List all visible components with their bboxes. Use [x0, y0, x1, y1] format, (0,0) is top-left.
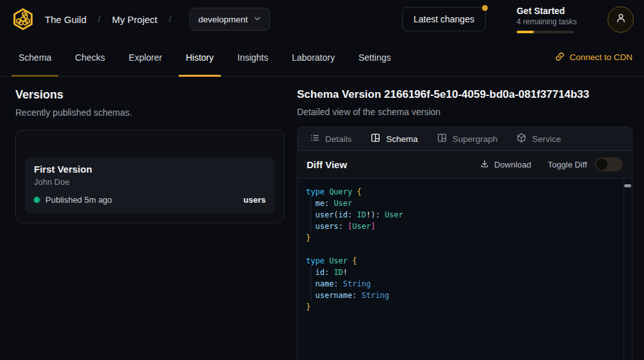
tab-underline [179, 75, 221, 77]
tab-label: Checks [75, 52, 105, 63]
version-detail-title: Schema Version 2166196f-5e10-4059-bd0a-0… [297, 88, 632, 101]
breadcrumb-separator: / [98, 14, 101, 24]
version-author: John Doe [34, 177, 266, 187]
panel-tab-service[interactable]: Service [517, 133, 561, 145]
tab-label: Explorer [129, 52, 162, 63]
panel-tab-label: Service [532, 134, 561, 144]
versions-subtitle: Recently published schemas. [15, 107, 282, 118]
app-window: The Guild / My Project / development Lat… [0, 0, 644, 360]
switch-knob [596, 159, 608, 170]
schema-panel: Details Schema [297, 127, 632, 360]
breadcrumb: The Guild / My Project / development [10, 6, 270, 32]
tab-history[interactable]: History [179, 38, 221, 76]
top-bar-right: Latest changes Get Started 4 remaining t… [402, 6, 634, 33]
download-button[interactable]: Download [480, 159, 531, 170]
code-lines: type Query { me: User user(id: ID!): Use… [306, 186, 615, 313]
columns-icon [371, 133, 380, 145]
tab-label: Insights [237, 52, 268, 63]
version-detail-subtitle: Detailed view of the schema version [297, 107, 632, 117]
cube-icon [517, 133, 526, 145]
indent-guide [310, 198, 311, 232]
toggle-diff-label: Toggle Diff [548, 160, 587, 169]
scrollbar-thumb[interactable] [624, 184, 631, 187]
download-label: Download [494, 160, 531, 169]
tab-insights[interactable]: Insights [230, 38, 275, 76]
panel-tab-label: Schema [386, 134, 418, 144]
breadcrumb-project[interactable]: My Project [112, 14, 157, 25]
scrollbar-track [624, 178, 624, 360]
top-bar: The Guild / My Project / development Lat… [0, 0, 644, 38]
panel-tab-supergraph[interactable]: Supergraph [437, 133, 498, 145]
user-avatar[interactable] [608, 6, 634, 33]
progress-fill [517, 31, 534, 33]
version-name: First Version [34, 164, 266, 175]
connect-to-cdn-label: Connect to CDN [570, 52, 632, 62]
target-nav-tabs: Schema Checks Explorer History Insights … [0, 38, 644, 77]
breadcrumb-separator: / [169, 14, 172, 24]
version-list-item[interactable]: First Version John Doe Published 5m ago … [25, 157, 275, 214]
target-select[interactable]: development [189, 8, 270, 31]
tab-underline [122, 75, 169, 77]
versions-card: First Version John Doe Published 5m ago … [15, 130, 284, 223]
target-select-value: development [198, 15, 248, 24]
toggle-diff-switch[interactable] [595, 157, 623, 171]
latest-changes-button[interactable]: Latest changes [402, 7, 486, 31]
panel-tab-label: Details [325, 134, 351, 144]
version-meta-row: Published 5m ago users [34, 195, 266, 205]
get-started-title: Get Started [517, 6, 577, 16]
list-icon [310, 133, 319, 145]
diff-actions: Download Toggle Diff [480, 157, 623, 171]
get-started-widget[interactable]: Get Started 4 remaining tasks [517, 6, 577, 33]
version-detail-section: Schema Version 2166196f-5e10-4059-bd0a-0… [297, 77, 644, 360]
person-icon [615, 12, 627, 26]
connect-to-cdn-link[interactable]: Connect to CDN [555, 38, 632, 76]
tab-settings[interactable]: Settings [351, 38, 398, 76]
indent-guide [310, 267, 311, 301]
notification-dot [482, 5, 488, 11]
latest-changes-label: Latest changes [414, 14, 474, 24]
tab-label: History [186, 52, 214, 63]
hive-logo-icon[interactable] [10, 6, 36, 32]
versions-section: Versions Recently published schemas. Fir… [0, 77, 297, 360]
tab-underline [351, 75, 398, 77]
panel-tab-details[interactable]: Details [310, 133, 351, 145]
get-started-subtitle: 4 remaining tasks [517, 17, 577, 26]
published-status-dot [34, 197, 40, 203]
tab-label: Laboratory [292, 52, 335, 63]
main-content: Versions Recently published schemas. Fir… [0, 77, 644, 360]
diff-view-header: Diff View Download Toggle Diff [298, 151, 632, 178]
schema-code-viewer[interactable]: type Query { me: User user(id: ID!): Use… [298, 178, 632, 360]
tab-checks[interactable]: Checks [68, 38, 112, 76]
version-service-badge: users [243, 195, 266, 205]
panel-tab-schema[interactable]: Schema [371, 133, 418, 145]
tab-schema[interactable]: Schema [12, 38, 58, 76]
tab-label: Settings [358, 52, 391, 63]
toggle-diff-control: Toggle Diff [548, 157, 623, 171]
columns-icon [437, 133, 447, 145]
diff-view-title: Diff View [307, 159, 347, 170]
breadcrumb-org[interactable]: The Guild [45, 14, 86, 25]
get-started-progress-track [517, 31, 574, 33]
tab-underline [68, 75, 112, 77]
tab-explorer[interactable]: Explorer [122, 38, 169, 76]
chevron-down-icon [254, 13, 261, 25]
download-icon [480, 159, 489, 170]
tab-underline [12, 75, 58, 77]
panel-tab-list: Details Schema [298, 127, 632, 151]
version-status: Published 5m ago [45, 195, 112, 205]
panel-tab-label: Supergraph [453, 134, 498, 144]
tab-underline [230, 75, 275, 77]
versions-title: Versions [15, 88, 282, 102]
tab-label: Schema [19, 52, 51, 63]
tab-laboratory[interactable]: Laboratory [285, 38, 342, 76]
link-icon [555, 52, 565, 63]
tab-underline [285, 75, 342, 77]
